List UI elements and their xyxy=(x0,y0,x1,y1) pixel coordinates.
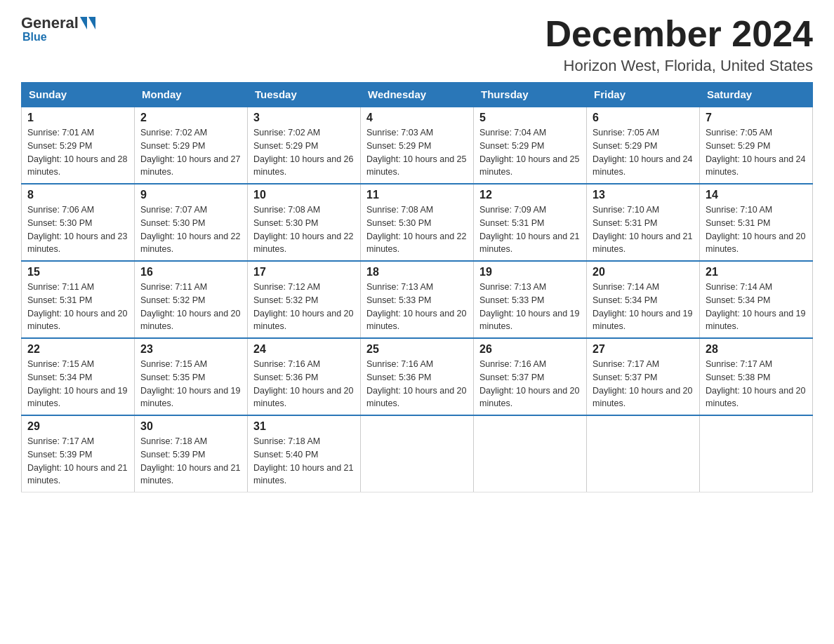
calendar-day-cell: 6 Sunrise: 7:05 AM Sunset: 5:29 PM Dayli… xyxy=(587,107,700,184)
sunrise-time: 7:17 AM xyxy=(62,436,94,446)
sunrise-time: 7:03 AM xyxy=(401,128,433,137)
title-block: December 2024 Horizon West, Florida, Uni… xyxy=(545,14,813,75)
daylight-label: Daylight: 10 hours and 24 minutes. xyxy=(706,154,805,177)
sunset-time: 5:30 PM xyxy=(399,218,432,228)
sunrise-time: 7:16 AM xyxy=(288,359,320,369)
sunrise-time: 7:15 AM xyxy=(62,359,94,369)
calendar-week-row: 15 Sunrise: 7:11 AM Sunset: 5:31 PM Dayl… xyxy=(22,261,813,338)
day-number: 9 xyxy=(140,189,241,201)
sunset-label: Sunset: xyxy=(479,295,512,305)
daylight-label: Daylight: 10 hours and 21 minutes. xyxy=(593,232,692,255)
day-info: Sunrise: 7:09 AM Sunset: 5:31 PM Dayligh… xyxy=(479,203,581,256)
daylight-label: Daylight: 10 hours and 20 minutes. xyxy=(593,386,692,409)
daylight-label: Daylight: 10 hours and 19 minutes. xyxy=(706,309,805,332)
sunrise-label: Sunrise: xyxy=(366,359,401,369)
daylight-label: Daylight: 10 hours and 22 minutes. xyxy=(253,232,353,255)
logo: General Blue xyxy=(21,14,98,43)
location-subtitle: Horizon West, Florida, United States xyxy=(545,57,813,75)
calendar-day-cell: 8 Sunrise: 7:06 AM Sunset: 5:30 PM Dayli… xyxy=(22,184,135,261)
day-info: Sunrise: 7:08 AM Sunset: 5:30 PM Dayligh… xyxy=(366,203,468,256)
sunrise-time: 7:10 AM xyxy=(740,205,772,215)
sunrise-time: 7:08 AM xyxy=(288,205,320,215)
day-info: Sunrise: 7:10 AM Sunset: 5:31 PM Dayligh… xyxy=(593,203,694,256)
sunset-time: 5:34 PM xyxy=(625,295,658,305)
sunset-time: 5:36 PM xyxy=(399,373,432,382)
sunrise-label: Sunrise: xyxy=(479,205,514,215)
sunrise-label: Sunrise: xyxy=(27,436,62,446)
sunset-label: Sunset: xyxy=(253,218,286,228)
sunrise-label: Sunrise: xyxy=(27,359,62,369)
sunrise-label: Sunrise: xyxy=(479,359,514,369)
sunrise-label: Sunrise: xyxy=(366,282,401,292)
day-info: Sunrise: 7:16 AM Sunset: 5:36 PM Dayligh… xyxy=(366,358,468,410)
sunset-label: Sunset: xyxy=(706,373,738,382)
day-info: Sunrise: 7:02 AM Sunset: 5:29 PM Dayligh… xyxy=(253,126,355,179)
day-info: Sunrise: 7:18 AM Sunset: 5:40 PM Dayligh… xyxy=(253,435,355,488)
sunset-time: 5:31 PM xyxy=(60,295,93,305)
calendar-day-cell: 4 Sunrise: 7:03 AM Sunset: 5:29 PM Dayli… xyxy=(361,107,474,184)
day-info: Sunrise: 7:18 AM Sunset: 5:39 PM Dayligh… xyxy=(140,435,241,488)
sunrise-time: 7:14 AM xyxy=(740,282,772,292)
sunset-label: Sunset: xyxy=(140,373,173,382)
sunset-time: 5:34 PM xyxy=(738,295,771,305)
col-tuesday: Tuesday xyxy=(248,83,361,107)
sunset-time: 5:33 PM xyxy=(399,295,432,305)
sunrise-label: Sunrise: xyxy=(706,359,740,369)
sunset-time: 5:32 PM xyxy=(286,295,319,305)
sunrise-label: Sunrise: xyxy=(706,282,740,292)
sunrise-label: Sunrise: xyxy=(140,359,175,369)
calendar-week-row: 29 Sunrise: 7:17 AM Sunset: 5:39 PM Dayl… xyxy=(22,415,813,492)
day-number: 14 xyxy=(706,189,807,201)
day-info: Sunrise: 7:06 AM Sunset: 5:30 PM Dayligh… xyxy=(27,203,128,256)
sunrise-label: Sunrise: xyxy=(253,436,288,446)
sunset-label: Sunset: xyxy=(366,141,399,151)
day-info: Sunrise: 7:15 AM Sunset: 5:34 PM Dayligh… xyxy=(27,358,128,410)
day-info: Sunrise: 7:16 AM Sunset: 5:37 PM Dayligh… xyxy=(479,358,581,410)
day-number: 10 xyxy=(253,189,355,201)
day-info: Sunrise: 7:10 AM Sunset: 5:31 PM Dayligh… xyxy=(706,203,807,256)
calendar-day-cell: 5 Sunrise: 7:04 AM Sunset: 5:29 PM Dayli… xyxy=(474,107,587,184)
day-info: Sunrise: 7:03 AM Sunset: 5:29 PM Dayligh… xyxy=(366,126,468,179)
sunset-label: Sunset: xyxy=(706,141,738,151)
sunrise-label: Sunrise: xyxy=(593,205,627,215)
day-number: 15 xyxy=(27,266,128,279)
sunset-time: 5:29 PM xyxy=(286,141,319,151)
day-number: 24 xyxy=(253,343,355,356)
sunset-time: 5:30 PM xyxy=(173,218,206,228)
logo-general-text: General xyxy=(21,14,79,32)
sunrise-time: 7:04 AM xyxy=(514,128,546,137)
sunset-label: Sunset: xyxy=(479,373,512,382)
col-friday: Friday xyxy=(587,83,700,107)
sunrise-label: Sunrise: xyxy=(140,128,175,137)
sunset-label: Sunset: xyxy=(27,141,60,151)
daylight-label: Daylight: 10 hours and 19 minutes. xyxy=(479,309,579,332)
calendar-day-cell xyxy=(700,415,813,492)
sunset-label: Sunset: xyxy=(366,218,399,228)
day-number: 20 xyxy=(593,266,694,279)
day-number: 18 xyxy=(366,266,468,279)
daylight-label: Daylight: 10 hours and 23 minutes. xyxy=(27,232,127,255)
sunrise-time: 7:18 AM xyxy=(288,436,320,446)
day-number: 27 xyxy=(593,343,694,356)
sunset-label: Sunset: xyxy=(140,450,173,459)
day-number: 11 xyxy=(366,189,468,201)
day-number: 23 xyxy=(140,343,241,356)
sunset-label: Sunset: xyxy=(253,141,286,151)
sunset-time: 5:29 PM xyxy=(738,141,771,151)
daylight-label: Daylight: 10 hours and 20 minutes. xyxy=(27,309,127,332)
sunset-label: Sunset: xyxy=(253,373,286,382)
sunrise-label: Sunrise: xyxy=(140,436,175,446)
calendar-table: Sunday Monday Tuesday Wednesday Thursday… xyxy=(21,82,813,492)
daylight-label: Daylight: 10 hours and 21 minutes. xyxy=(140,463,240,486)
sunset-time: 5:31 PM xyxy=(625,218,658,228)
daylight-label: Daylight: 10 hours and 21 minutes. xyxy=(27,463,127,486)
calendar-day-cell: 2 Sunrise: 7:02 AM Sunset: 5:29 PM Dayli… xyxy=(135,107,248,184)
calendar-day-cell: 14 Sunrise: 7:10 AM Sunset: 5:31 PM Dayl… xyxy=(700,184,813,261)
sunset-label: Sunset: xyxy=(593,295,625,305)
sunrise-time: 7:13 AM xyxy=(514,282,546,292)
sunrise-label: Sunrise: xyxy=(27,128,62,137)
calendar-day-cell: 26 Sunrise: 7:16 AM Sunset: 5:37 PM Dayl… xyxy=(474,338,587,415)
daylight-label: Daylight: 10 hours and 27 minutes. xyxy=(140,154,240,177)
sunset-label: Sunset: xyxy=(253,295,286,305)
sunrise-time: 7:11 AM xyxy=(175,282,207,292)
